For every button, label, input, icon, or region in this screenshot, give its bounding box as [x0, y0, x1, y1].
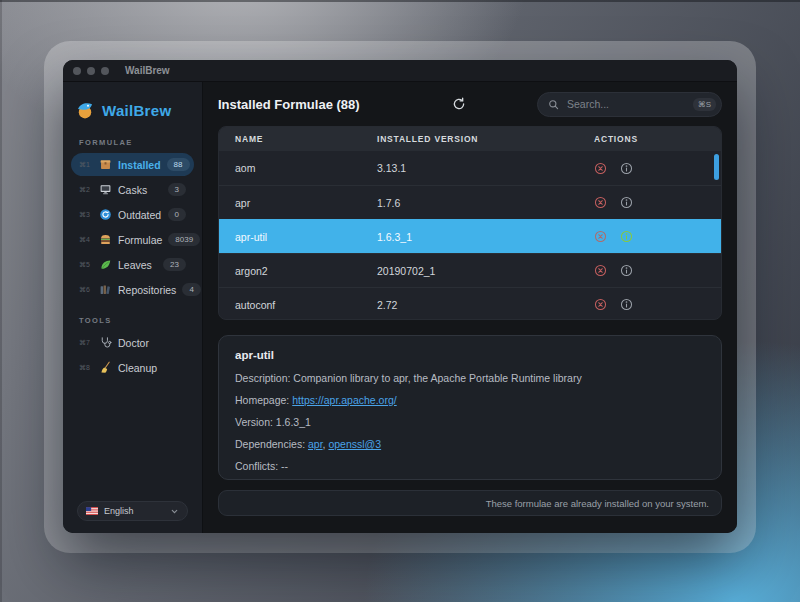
sidebar-item-label: Outdated [118, 209, 162, 221]
sidebar-item-cleanup[interactable]: ⌘8 Cleanup [71, 356, 194, 379]
table-row-argon2[interactable]: argon2 20190702_1 [219, 253, 721, 287]
sidebar-item-leaves[interactable]: ⌘5 Leaves 23 [71, 253, 194, 276]
x-circle-icon [594, 162, 607, 175]
sidebar-item-label: Repositories [118, 284, 176, 296]
table-row-apr[interactable]: apr 1.7.6 [219, 185, 721, 219]
table-row-autoconf[interactable]: autoconf 2.72 [219, 287, 721, 320]
table-scrollbar[interactable] [714, 154, 719, 180]
package-icon [99, 158, 112, 171]
cell-version: 1.6.3_1 [361, 231, 578, 243]
shortcut-label: ⌘4 [79, 236, 93, 244]
sidebar-item-label: Cleanup [118, 362, 186, 374]
sidebar-item-repositories[interactable]: ⌘6 Repositories 4 [71, 278, 194, 301]
formulae-icon [99, 233, 112, 246]
cell-name: apr [219, 197, 361, 209]
search-input[interactable] [565, 97, 687, 111]
detail-conflicts: Conflicts: -- [235, 460, 705, 472]
cell-name: apr-util [219, 231, 361, 243]
info-button[interactable] [620, 298, 633, 311]
info-button[interactable] [620, 196, 633, 209]
dependency-link-openssl[interactable]: openssl@3 [328, 438, 381, 450]
column-header-name: NAME [219, 134, 361, 144]
sidebar-item-installed[interactable]: ⌘1 Installed 88 [71, 153, 194, 176]
sidebar-item-outdated[interactable]: ⌘3 Outdated 0 [71, 203, 194, 226]
homepage-link[interactable]: https://apr.apache.org/ [292, 394, 397, 406]
detail-dependencies: Dependencies: apr, openssl@3 [235, 438, 705, 450]
uninstall-button[interactable] [594, 230, 607, 243]
shortcut-label: ⌘6 [79, 286, 93, 294]
sidebar-item-formulae[interactable]: ⌘4 Formulae 8039 [71, 228, 194, 251]
formulae-table: NAME INSTALLED VERSION ACTIONS aom 3.13.… [218, 126, 722, 320]
zoom-window-button[interactable] [101, 67, 109, 75]
cell-name: aom [219, 162, 361, 174]
cell-version: 2.72 [361, 299, 578, 311]
close-window-button[interactable] [73, 67, 81, 75]
uninstall-button[interactable] [594, 264, 607, 277]
detail-homepage: Homepage: https://apr.apache.org/ [235, 394, 705, 406]
uninstall-button[interactable] [594, 298, 607, 311]
detail-title: apr-util [235, 349, 705, 361]
table-row-apr-util-selected[interactable]: apr-util 1.6.3_1 [219, 219, 721, 253]
count-badge: 23 [163, 258, 186, 271]
doctor-icon [99, 336, 112, 349]
detail-description: Description: Companion library to apr, t… [235, 372, 705, 384]
info-button[interactable] [620, 162, 633, 175]
wailbrew-window: WailBrew WailBrew FORMULAE ⌘1 [63, 60, 737, 533]
section-label-formulae: FORMULAE [63, 124, 202, 152]
page-title: Installed Formulae (88) [218, 97, 360, 112]
info-circle-icon [620, 196, 633, 209]
casks-icon [99, 183, 112, 196]
search-field[interactable]: ⌘S [537, 92, 722, 117]
table-row-aom[interactable]: aom 3.13.1 [219, 151, 721, 185]
refresh-button[interactable] [452, 97, 466, 111]
detail-dependencies-label: Dependencies: [235, 438, 308, 450]
info-circle-icon [620, 162, 633, 175]
detail-description-value: Companion library to apr, the Apache Por… [293, 372, 581, 384]
detail-conflicts-label: Conflicts: [235, 460, 281, 472]
info-circle-icon [620, 298, 633, 311]
count-badge: 0 [168, 208, 186, 221]
cell-name: argon2 [219, 265, 361, 277]
sidebar-item-doctor[interactable]: ⌘7 Doctor [71, 331, 194, 354]
status-text: These formulae are already installed on … [486, 498, 709, 509]
x-circle-icon [594, 264, 607, 277]
status-bar: These formulae are already installed on … [218, 490, 722, 516]
cell-version: 1.7.6 [361, 197, 578, 209]
leaf-icon [99, 258, 112, 271]
language-select[interactable]: English [77, 501, 188, 521]
chevron-down-icon [170, 507, 179, 516]
section-label-tools: TOOLS [63, 302, 202, 330]
info-circle-icon [620, 264, 633, 277]
cleanup-icon [99, 361, 112, 374]
shortcut-label: ⌘5 [79, 261, 93, 269]
column-header-version: INSTALLED VERSION [361, 134, 578, 144]
detail-version-value: 1.6.3_1 [276, 416, 311, 428]
detail-version-label: Version: [235, 416, 276, 428]
shortcut-label: ⌘2 [79, 186, 93, 194]
x-circle-icon [594, 298, 607, 311]
dependency-link-apr[interactable]: apr [308, 438, 323, 450]
detail-conflicts-value: -- [281, 460, 288, 472]
refresh-icon [452, 97, 466, 111]
wailbrew-logo-icon [75, 100, 95, 120]
minimize-window-button[interactable] [87, 67, 95, 75]
app-logo-row: WailBrew [63, 92, 202, 124]
table-header-row: NAME INSTALLED VERSION ACTIONS [219, 127, 721, 151]
main-header: Installed Formulae (88) ⌘S [218, 82, 722, 126]
sidebar-item-casks[interactable]: ⌘2 Casks 3 [71, 178, 194, 201]
uninstall-button[interactable] [594, 196, 607, 209]
desktop-background: WailBrew WailBrew FORMULAE ⌘1 [0, 0, 800, 602]
sidebar-item-label: Formulae [118, 234, 162, 246]
count-badge: 8039 [168, 233, 200, 246]
app-name: WailBrew [102, 102, 171, 119]
search-shortcut-badge: ⌘S [693, 98, 716, 111]
info-button[interactable] [620, 230, 633, 243]
repositories-icon [99, 283, 112, 296]
info-button[interactable] [620, 264, 633, 277]
sidebar-item-label: Installed [118, 159, 161, 171]
uninstall-button[interactable] [594, 162, 607, 175]
sidebar-item-label: Leaves [118, 259, 157, 271]
detail-version: Version: 1.6.3_1 [235, 416, 705, 428]
window-title: WailBrew [125, 65, 170, 76]
count-badge: 3 [168, 183, 186, 196]
